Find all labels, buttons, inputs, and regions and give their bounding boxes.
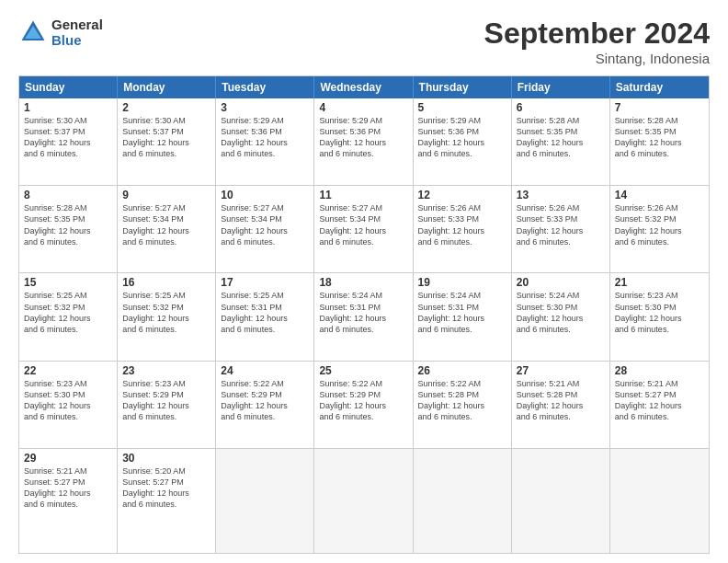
- day-number: 7: [615, 101, 704, 114]
- day-info: Sunrise: 5:25 AMSunset: 5:32 PMDaylight:…: [122, 290, 210, 335]
- calendar: Sunday Monday Tuesday Wednesday Thursday…: [18, 75, 710, 554]
- day-info: Sunrise: 5:30 AMSunset: 5:37 PMDaylight:…: [24, 115, 112, 160]
- day-info: Sunrise: 5:26 AMSunset: 5:33 PMDaylight:…: [517, 202, 605, 247]
- day-info: Sunrise: 5:28 AMSunset: 5:35 PMDaylight:…: [517, 115, 605, 160]
- calendar-cell: 24Sunrise: 5:22 AMSunset: 5:29 PMDayligh…: [216, 362, 314, 448]
- calendar-cell: 29Sunrise: 5:21 AMSunset: 5:27 PMDayligh…: [19, 449, 118, 553]
- day-number: 16: [122, 276, 210, 289]
- day-number: 6: [517, 101, 605, 114]
- day-number: 30: [122, 452, 210, 465]
- calendar-row-4: 22Sunrise: 5:23 AMSunset: 5:30 PMDayligh…: [19, 361, 709, 448]
- calendar-cell: 28Sunrise: 5:21 AMSunset: 5:27 PMDayligh…: [610, 362, 709, 448]
- day-number: 1: [24, 101, 112, 114]
- day-info: Sunrise: 5:21 AMSunset: 5:28 PMDaylight:…: [517, 378, 605, 423]
- calendar-row-5: 29Sunrise: 5:21 AMSunset: 5:27 PMDayligh…: [19, 448, 709, 553]
- calendar-cell: 5Sunrise: 5:29 AMSunset: 5:36 PMDaylight…: [414, 98, 512, 185]
- calendar-row-1: 1Sunrise: 5:30 AMSunset: 5:37 PMDaylight…: [19, 98, 709, 185]
- calendar-cell: 20Sunrise: 5:24 AMSunset: 5:30 PMDayligh…: [512, 273, 610, 360]
- day-number: 18: [319, 276, 407, 289]
- calendar-cell: 3Sunrise: 5:29 AMSunset: 5:36 PMDaylight…: [216, 98, 314, 185]
- day-number: 11: [319, 189, 407, 201]
- calendar-cell: 23Sunrise: 5:23 AMSunset: 5:29 PMDayligh…: [118, 362, 216, 448]
- calendar-cell: 6Sunrise: 5:28 AMSunset: 5:35 PMDaylight…: [512, 98, 610, 185]
- day-number: 3: [221, 101, 309, 114]
- header-wednesday: Wednesday: [314, 76, 413, 98]
- day-info: Sunrise: 5:23 AMSunset: 5:30 PMDaylight:…: [24, 378, 112, 423]
- calendar-cell: 26Sunrise: 5:22 AMSunset: 5:28 PMDayligh…: [414, 362, 512, 448]
- day-info: Sunrise: 5:22 AMSunset: 5:28 PMDaylight:…: [418, 378, 506, 423]
- day-number: 20: [517, 276, 605, 289]
- day-number: 24: [221, 364, 309, 377]
- day-info: Sunrise: 5:22 AMSunset: 5:29 PMDaylight:…: [221, 378, 309, 423]
- day-info: Sunrise: 5:30 AMSunset: 5:37 PMDaylight:…: [122, 115, 210, 160]
- calendar-cell: 27Sunrise: 5:21 AMSunset: 5:28 PMDayligh…: [512, 362, 610, 448]
- calendar-cell: 11Sunrise: 5:27 AMSunset: 5:34 PMDayligh…: [314, 186, 413, 272]
- header-monday: Monday: [118, 76, 216, 98]
- calendar-cell: 21Sunrise: 5:23 AMSunset: 5:30 PMDayligh…: [610, 273, 709, 360]
- calendar-cell: [314, 449, 413, 553]
- day-info: Sunrise: 5:29 AMSunset: 5:36 PMDaylight:…: [221, 115, 309, 160]
- day-number: 10: [221, 189, 309, 201]
- day-info: Sunrise: 5:24 AMSunset: 5:30 PMDaylight:…: [517, 290, 605, 335]
- day-number: 17: [221, 276, 309, 289]
- day-number: 14: [615, 189, 704, 201]
- day-info: Sunrise: 5:21 AMSunset: 5:27 PMDaylight:…: [24, 465, 112, 511]
- day-number: 4: [319, 101, 407, 114]
- day-number: 26: [418, 364, 506, 377]
- day-number: 12: [418, 189, 506, 201]
- calendar-cell: [512, 449, 610, 553]
- calendar-cell: 2Sunrise: 5:30 AMSunset: 5:37 PMDaylight…: [118, 98, 216, 185]
- day-number: 19: [418, 276, 506, 289]
- logo: General Blue: [18, 17, 103, 48]
- day-number: 15: [24, 276, 112, 289]
- calendar-body: 1Sunrise: 5:30 AMSunset: 5:37 PMDaylight…: [19, 98, 709, 553]
- calendar-row-3: 15Sunrise: 5:25 AMSunset: 5:32 PMDayligh…: [19, 272, 709, 360]
- day-number: 27: [517, 364, 605, 377]
- calendar-header: Sunday Monday Tuesday Wednesday Thursday…: [19, 76, 709, 98]
- calendar-row-2: 8Sunrise: 5:28 AMSunset: 5:35 PMDaylight…: [19, 185, 709, 272]
- header-thursday: Thursday: [414, 76, 512, 98]
- day-info: Sunrise: 5:22 AMSunset: 5:29 PMDaylight:…: [319, 378, 407, 423]
- day-number: 29: [24, 452, 112, 465]
- title-section: September 2024 Sintang, Indonesia: [484, 17, 710, 66]
- subtitle: Sintang, Indonesia: [484, 51, 710, 66]
- day-number: 5: [418, 101, 506, 114]
- header-saturday: Saturday: [610, 76, 709, 98]
- calendar-cell: [414, 449, 512, 553]
- day-info: Sunrise: 5:26 AMSunset: 5:32 PMDaylight:…: [615, 202, 704, 247]
- calendar-cell: 12Sunrise: 5:26 AMSunset: 5:33 PMDayligh…: [414, 186, 512, 272]
- day-number: 2: [122, 101, 210, 114]
- header-tuesday: Tuesday: [216, 76, 314, 98]
- month-title: September 2024: [484, 17, 710, 51]
- calendar-cell: 25Sunrise: 5:22 AMSunset: 5:29 PMDayligh…: [314, 362, 413, 448]
- calendar-cell: 22Sunrise: 5:23 AMSunset: 5:30 PMDayligh…: [19, 362, 118, 448]
- day-number: 9: [122, 189, 210, 201]
- header-sunday: Sunday: [19, 76, 118, 98]
- day-info: Sunrise: 5:29 AMSunset: 5:36 PMDaylight:…: [319, 115, 407, 160]
- page: General Blue September 2024 Sintang, Ind…: [0, 0, 728, 563]
- day-number: 22: [24, 364, 112, 377]
- day-info: Sunrise: 5:23 AMSunset: 5:30 PMDaylight:…: [615, 290, 704, 335]
- calendar-cell: 15Sunrise: 5:25 AMSunset: 5:32 PMDayligh…: [19, 273, 118, 360]
- day-number: 13: [517, 189, 605, 201]
- calendar-cell: 16Sunrise: 5:25 AMSunset: 5:32 PMDayligh…: [118, 273, 216, 360]
- day-info: Sunrise: 5:27 AMSunset: 5:34 PMDaylight:…: [221, 202, 309, 247]
- day-info: Sunrise: 5:28 AMSunset: 5:35 PMDaylight:…: [615, 115, 704, 160]
- day-info: Sunrise: 5:24 AMSunset: 5:31 PMDaylight:…: [418, 290, 506, 335]
- day-info: Sunrise: 5:21 AMSunset: 5:27 PMDaylight:…: [615, 378, 704, 423]
- calendar-cell: 17Sunrise: 5:25 AMSunset: 5:31 PMDayligh…: [216, 273, 314, 360]
- calendar-cell: [610, 449, 709, 553]
- day-info: Sunrise: 5:26 AMSunset: 5:33 PMDaylight:…: [418, 202, 506, 247]
- header-friday: Friday: [512, 76, 610, 98]
- header: General Blue September 2024 Sintang, Ind…: [18, 17, 710, 66]
- day-info: Sunrise: 5:28 AMSunset: 5:35 PMDaylight:…: [24, 202, 112, 247]
- day-info: Sunrise: 5:25 AMSunset: 5:32 PMDaylight:…: [24, 290, 112, 335]
- day-info: Sunrise: 5:27 AMSunset: 5:34 PMDaylight:…: [319, 202, 407, 247]
- day-info: Sunrise: 5:29 AMSunset: 5:36 PMDaylight:…: [418, 115, 506, 160]
- calendar-cell: 8Sunrise: 5:28 AMSunset: 5:35 PMDaylight…: [19, 186, 118, 272]
- day-number: 23: [122, 364, 210, 377]
- day-info: Sunrise: 5:20 AMSunset: 5:27 PMDaylight:…: [122, 465, 210, 511]
- calendar-cell: 18Sunrise: 5:24 AMSunset: 5:31 PMDayligh…: [314, 273, 413, 360]
- calendar-cell: [216, 449, 314, 553]
- logo-icon: [18, 17, 48, 47]
